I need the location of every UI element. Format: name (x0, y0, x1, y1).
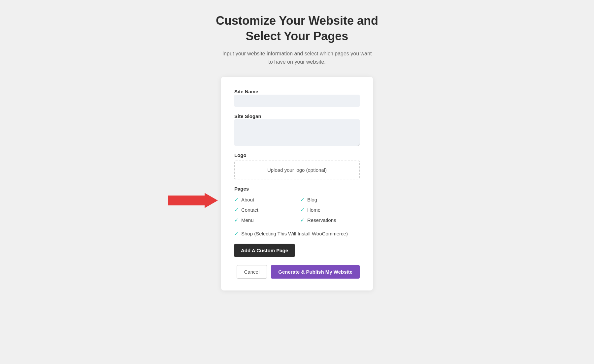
check-icon-reservations: ✓ (300, 217, 305, 223)
arrow-indicator (168, 192, 218, 209)
site-slogan-label: Site Slogan (234, 113, 261, 119)
site-slogan-input[interactable] (234, 119, 360, 146)
page-subtitle: Input your website information and selec… (221, 49, 373, 66)
page-label-home: Home (307, 206, 320, 213)
logo-label: Logo (234, 152, 360, 158)
page-label-shop: Shop (Selecting This Will Install WooCom… (241, 230, 348, 237)
page-label-menu: Menu (241, 217, 254, 224)
page-label-reservations: Reservations (307, 217, 336, 224)
check-icon-menu: ✓ (234, 217, 239, 223)
check-icon-about: ✓ (234, 197, 239, 203)
footer-buttons: Cancel Generate & Publish My Website (234, 265, 360, 279)
page-item-reservations[interactable]: ✓ Reservations (300, 217, 360, 224)
page-item-about[interactable]: ✓ About (234, 196, 294, 203)
check-icon-blog: ✓ (300, 197, 305, 203)
generate-publish-button[interactable]: Generate & Publish My Website (271, 265, 360, 279)
page-item-menu[interactable]: ✓ Menu (234, 217, 294, 224)
page-item-contact[interactable]: ✓ Contact (234, 206, 294, 213)
form-card: Site Name Site Slogan Logo Upload your l… (221, 77, 373, 290)
cancel-button[interactable]: Cancel (237, 265, 267, 279)
page-item-shop[interactable]: ✓ Shop (Selecting This Will Install WooC… (234, 230, 360, 237)
check-icon-home: ✓ (300, 207, 305, 213)
site-name-label: Site Name (234, 89, 258, 94)
add-custom-page-button[interactable]: Add A Custom Page (234, 244, 295, 257)
pages-grid: ✓ About ✓ Blog ✓ Contact ✓ Home ✓ Menu (234, 196, 360, 224)
check-icon-contact: ✓ (234, 207, 239, 213)
page-item-home[interactable]: ✓ Home (300, 206, 360, 213)
page-label-blog: Blog (307, 196, 317, 203)
page-item-blog[interactable]: ✓ Blog (300, 196, 360, 203)
check-icon-shop: ✓ (234, 230, 239, 237)
logo-upload-area[interactable]: Upload your logo (optional) (234, 161, 360, 179)
page-label-contact: Contact (241, 206, 258, 213)
page-label-about: About (241, 196, 254, 203)
page-title: Customize Your Website and Select Your P… (216, 13, 378, 44)
svg-marker-0 (168, 193, 218, 208)
pages-section-label: Pages (234, 186, 360, 192)
page-wrapper: Customize Your Website and Select Your P… (0, 13, 594, 290)
site-name-input[interactable] (234, 95, 360, 107)
